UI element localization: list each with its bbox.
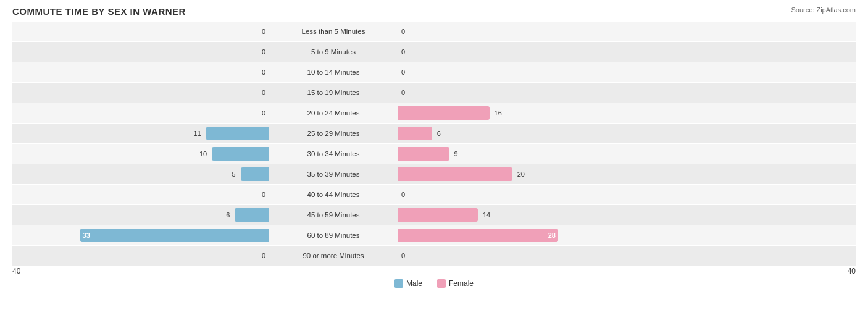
zero-female: 0 <box>401 28 405 35</box>
axis-labels: 40 40 <box>12 267 856 275</box>
right-section: 16 <box>395 103 654 123</box>
legend-male: Male <box>394 279 422 288</box>
left-section: 0 <box>12 103 272 123</box>
legend: Male Female <box>12 279 856 288</box>
bar-male: 11 <box>206 127 269 140</box>
zero-male: 0 <box>262 191 265 198</box>
source-text: Source: ZipAtlas.com <box>791 6 856 14</box>
right-section: 0 <box>395 22 654 41</box>
zero-female: 0 <box>401 191 405 198</box>
zero-male: 0 <box>262 89 265 96</box>
bar-value-male: 11 <box>194 130 201 137</box>
bar-value-male: 33 <box>83 232 90 239</box>
bar-value-female: 6 <box>437 130 441 137</box>
left-section: 0 <box>12 246 272 266</box>
right-section: 9 <box>395 144 654 164</box>
row-label: 40 to 44 Minutes <box>272 191 395 198</box>
axis-left: 40 <box>12 267 20 275</box>
chart-row: 0Less than 5 Minutes0 <box>12 22 856 41</box>
left-section: 6 <box>12 205 272 225</box>
chart-title: COMMUTE TIME BY SEX IN WARNER <box>12 6 856 17</box>
bar-female: 9 <box>398 147 449 161</box>
bar-value-female: 9 <box>454 150 458 157</box>
chart-row: 090 or more Minutes0 <box>12 246 856 266</box>
zero-male: 0 <box>262 109 265 117</box>
right-section: 0 <box>395 42 654 62</box>
right-section: 0 <box>395 246 654 266</box>
chart-inner: 0Less than 5 Minutes005 to 9 Minutes0010… <box>12 22 856 288</box>
row-label: 45 to 59 Minutes <box>272 211 395 219</box>
bar-value-female: 16 <box>495 109 502 117</box>
right-section: 0 <box>395 185 654 204</box>
chart-row: 020 to 24 Minutes16 <box>12 103 856 123</box>
left-section: 11 <box>12 124 272 143</box>
zero-female: 0 <box>401 69 405 76</box>
left-section: 5 <box>12 164 272 184</box>
bar-value-male: 6 <box>226 211 230 219</box>
zero-male: 0 <box>262 69 265 76</box>
row-label: 5 to 9 Minutes <box>272 48 395 56</box>
row-label: 35 to 39 Minutes <box>272 170 395 178</box>
bar-female: 16 <box>398 106 490 120</box>
zero-male: 0 <box>262 28 265 35</box>
row-label: 20 to 24 Minutes <box>272 109 395 117</box>
bar-value-female: 14 <box>483 211 490 219</box>
male-label: Male <box>406 279 422 288</box>
row-label: 10 to 14 Minutes <box>272 69 395 76</box>
left-section: 10 <box>12 144 272 164</box>
bar-female: 28 <box>398 229 558 242</box>
chart-row: 3360 to 89 Minutes28 <box>12 225 856 245</box>
bar-value-female: 28 <box>548 232 556 239</box>
bar-value-male: 5 <box>232 170 235 178</box>
row-label: 15 to 19 Minutes <box>272 89 395 96</box>
bar-female: 14 <box>398 208 478 222</box>
bar-value-male: 10 <box>199 150 207 157</box>
axis-right: 40 <box>848 267 856 275</box>
bar-male: 5 <box>241 167 269 181</box>
chart-row: 015 to 19 Minutes0 <box>12 83 856 103</box>
legend-female: Female <box>437 279 474 288</box>
left-section: 0 <box>12 62 272 82</box>
female-color-box <box>437 279 446 288</box>
row-label: 90 or more Minutes <box>272 252 395 259</box>
right-section: 28 <box>395 225 654 245</box>
bar-male: 33 <box>80 229 269 242</box>
chart-row: 645 to 59 Minutes14 <box>12 205 856 225</box>
zero-female: 0 <box>401 89 405 96</box>
chart-row: 1030 to 34 Minutes9 <box>12 144 856 164</box>
chart-row: 1125 to 29 Minutes6 <box>12 124 856 143</box>
bar-male: 10 <box>212 147 269 161</box>
bar-male: 6 <box>235 208 269 222</box>
zero-male: 0 <box>262 252 265 259</box>
left-section: 0 <box>12 42 272 62</box>
row-label: 30 to 34 Minutes <box>272 150 395 157</box>
row-label: 60 to 89 Minutes <box>272 232 395 239</box>
chart-row: 040 to 44 Minutes0 <box>12 185 856 204</box>
left-section: 0 <box>12 22 272 41</box>
left-section: 33 <box>12 225 272 245</box>
zero-male: 0 <box>262 48 265 56</box>
chart-row: 05 to 9 Minutes0 <box>12 42 856 62</box>
left-section: 0 <box>12 83 272 103</box>
chart-container: COMMUTE TIME BY SEX IN WARNER Source: Zi… <box>0 0 868 323</box>
row-label: 25 to 29 Minutes <box>272 130 395 137</box>
female-label: Female <box>449 279 474 288</box>
right-section: 6 <box>395 124 654 143</box>
left-section: 0 <box>12 185 272 204</box>
chart-row: 535 to 39 Minutes20 <box>12 164 856 184</box>
zero-female: 0 <box>401 252 405 259</box>
rows-container: 0Less than 5 Minutes005 to 9 Minutes0010… <box>12 22 856 266</box>
right-section: 20 <box>395 164 654 184</box>
chart-row: 010 to 14 Minutes0 <box>12 62 856 82</box>
right-section: 0 <box>395 62 654 82</box>
bar-female: 20 <box>398 167 512 181</box>
zero-female: 0 <box>401 48 405 56</box>
row-label: Less than 5 Minutes <box>272 28 395 35</box>
right-section: 14 <box>395 205 654 225</box>
right-section: 0 <box>395 83 654 103</box>
male-color-box <box>394 279 403 288</box>
bar-value-female: 20 <box>517 170 525 178</box>
bar-female: 6 <box>398 127 432 140</box>
